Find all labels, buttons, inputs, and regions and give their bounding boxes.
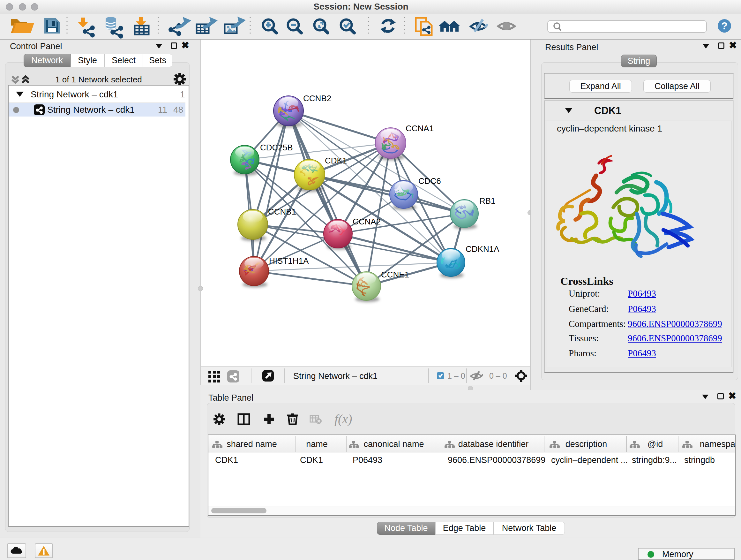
svg-text:CDC25B: CDC25B [260, 143, 293, 152]
svg-text:CCNE1: CCNE1 [381, 270, 409, 279]
svg-text:canonical name: canonical name [363, 439, 424, 449]
svg-text:CDK1: CDK1 [300, 455, 323, 465]
svg-text:stringdb: stringdb [684, 455, 715, 465]
svg-text:P06493: P06493 [353, 455, 382, 465]
svg-text:CCNB1: CCNB1 [268, 207, 296, 216]
svg-text:String Network – cdk1: String Network – cdk1 [293, 371, 378, 381]
svg-text:f(x): f(x) [334, 412, 352, 426]
svg-text:CDK1: CDK1 [325, 156, 347, 165]
svg-text:description: description [565, 439, 607, 449]
svg-text:shared name: shared name [226, 439, 277, 449]
svg-text:stringdb:9...: stringdb:9... [632, 455, 677, 465]
svg-text:CDKN1A: CDKN1A [466, 244, 499, 254]
svg-text:CCNA2: CCNA2 [353, 217, 381, 226]
svg-text:RB1: RB1 [479, 196, 495, 206]
svg-text:9606.ENSP00000378699: 9606.ENSP00000378699 [448, 455, 545, 465]
svg-text:database identifier: database identifier [458, 439, 529, 449]
svg-text:namespac: namespac [700, 439, 735, 449]
svg-text:cyclin–dependent ...: cyclin–dependent ... [551, 455, 628, 465]
svg-text:@id: @id [648, 439, 663, 449]
svg-text:?: ? [721, 20, 728, 32]
svg-text:CDC6: CDC6 [418, 176, 441, 186]
svg-text:CCNA1: CCNA1 [406, 124, 434, 133]
svg-text:0 – 0: 0 – 0 [489, 371, 507, 380]
svg-text:CCNB2: CCNB2 [303, 94, 331, 103]
svg-text:name: name [306, 439, 328, 449]
svg-text:1 – 0: 1 – 0 [448, 371, 465, 380]
svg-text:HIST1H1A: HIST1H1A [269, 256, 309, 266]
svg-text:CDK1: CDK1 [215, 455, 238, 465]
